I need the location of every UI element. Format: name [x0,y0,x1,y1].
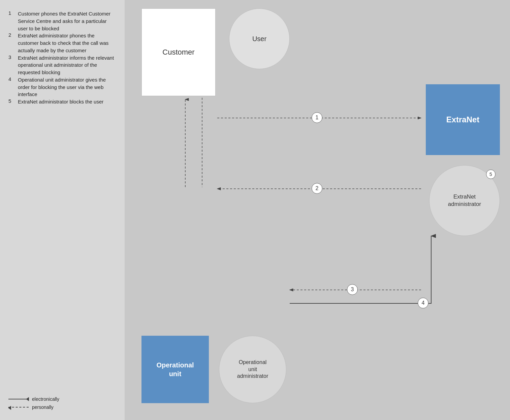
step-item: 5 ExtraNet administrator blocks the user [8,98,116,106]
legend-solid-line [8,399,29,399]
step-text: ExtraNet administrator phones the custom… [18,32,116,54]
step-text: Operational unit administrator gives the… [18,76,116,98]
badge-1: 1 [312,112,322,123]
customer-box: Customer [141,8,216,96]
step-number: 1 [8,10,14,32]
step-number: 5 [8,98,14,106]
op-admin-label: Operationalunitadministrator [237,359,268,380]
op-unit-label: Operationalunit [156,361,194,378]
step-text: ExtraNet administrator blocks the user [18,98,103,106]
user-circle: User [229,8,290,69]
badge-4: 4 [418,298,428,308]
extranet-label: ExtraNet [446,115,480,124]
step-number: 2 [8,32,14,54]
badge-3: 3 [347,284,358,295]
step-item: 2 ExtraNet administrator phones the cust… [8,32,116,54]
user-label: User [252,35,266,43]
legend-electronic: electronically [8,396,116,402]
step-number: 3 [8,54,14,76]
legend: electronically personally [8,396,116,410]
legend-electronic-label: electronically [32,396,59,402]
legend-personal-label: personally [32,404,54,410]
badge-2: 2 [312,183,322,194]
badge-5: 5 [486,170,496,179]
customer-label: Customer [162,48,194,57]
extranet-box: ExtraNet [426,84,500,155]
op-unit-box: Operationalunit [141,336,209,403]
extranet-admin-circle: 5 ExtraNetadministrator [429,165,500,236]
step-item: 1 Customer phones the ExtraNet Customer … [8,10,116,32]
legend-dotted-line [8,407,29,408]
legend-personal: personally [8,404,116,410]
arrow-4-line [290,236,431,303]
step-item: 3 ExtraNet administrator informs the rel… [8,54,116,76]
steps-list: 1 Customer phones the ExtraNet Customer … [8,10,116,106]
extranet-admin-label: ExtraNetadministrator [448,193,481,208]
step-text: ExtraNet administrator informs the relev… [18,54,116,76]
step-item: 4 Operational unit administrator gives t… [8,76,116,98]
step-number: 4 [8,76,14,98]
left-panel: 1 Customer phones the ExtraNet Customer … [0,0,125,420]
op-admin-circle: Operationalunitadministrator [219,336,286,403]
diagram: Customer User ExtraNet 5 ExtraNetadminis… [125,0,510,420]
step-text: Customer phones the ExtraNet Customer Se… [18,10,116,32]
